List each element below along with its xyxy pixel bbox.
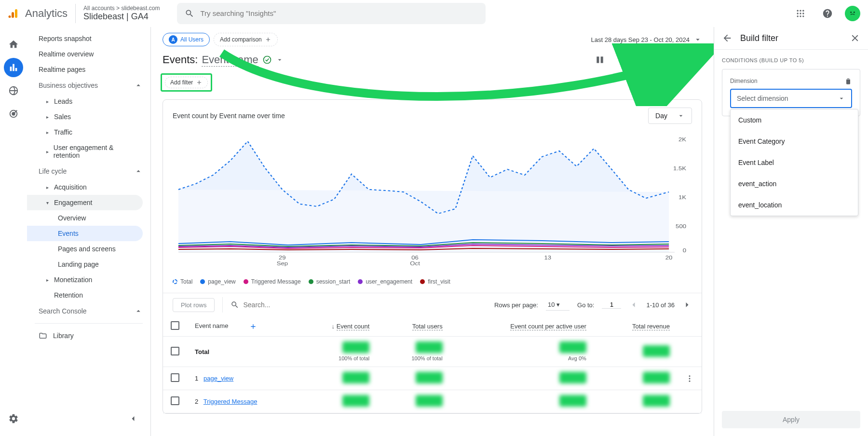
chart-title: Event count by Event name over time [173,112,285,120]
sidebar-item-user-engagement[interactable]: ▸User engagement & retention [27,140,143,163]
sidebar-item-engagement[interactable]: ▾Engagement [27,195,143,210]
close-icon[interactable] [850,33,860,43]
legend-session-start[interactable]: session_start [309,278,351,285]
redacted-value [416,372,443,383]
sidebar-section-search-console[interactable]: Search Console [27,303,150,319]
rail-explore-icon[interactable] [4,81,23,100]
svg-text:Sep: Sep [277,260,288,267]
more-icon[interactable] [685,374,694,383]
quality-icon[interactable] [613,50,633,69]
redacted-value [559,395,586,407]
table-search-input[interactable] [243,301,327,309]
legend-page-view[interactable]: page_view [200,278,235,285]
svg-point-8 [802,13,804,14]
chevron-down-icon[interactable] [276,56,284,64]
chevron-up-icon [134,307,143,315]
add-column-icon[interactable] [249,323,257,330]
rail-home-icon[interactable] [4,35,23,54]
table-search[interactable] [231,300,486,309]
dropdown-option[interactable]: Event Label [731,152,858,173]
app-header: Analytics All accounts > slidebeast.com … [0,0,868,27]
sidebar-item-pages-screens[interactable]: Pages and screens [27,241,143,257]
apply-button[interactable]: Apply [722,411,860,428]
granularity-dropdown[interactable]: Day [648,108,692,124]
account-picker[interactable]: All accounts > slidebeast.com Slidebeast… [76,5,167,22]
sidebar-item-acquisition[interactable]: ▸Acquisition [27,179,143,195]
insights-icon[interactable] [660,50,679,69]
add-filter-highlight: Add filter [161,73,212,92]
dimension-dropdown[interactable]: Event name [202,54,258,67]
sidebar-reports-snapshot[interactable]: Reports snapshot [27,31,143,46]
legend-triggered-message[interactable]: Triggered Message [244,278,301,285]
event-link[interactable]: Triggered Message [203,398,258,405]
analytics-logo-icon [8,8,19,19]
plot-rows-button[interactable]: Plot rows [173,298,215,312]
help-icon[interactable] [818,4,837,23]
chip-all-users[interactable]: A All Users [163,33,210,46]
table-row: 1 page_view [163,367,702,390]
svg-point-12 [850,11,852,13]
legend-first-visit[interactable]: first_visit [420,278,450,285]
svg-text:1.5K: 1.5K [673,165,686,172]
legend-total[interactable]: Total [173,278,192,285]
sidebar-realtime-overview[interactable]: Realtime overview [27,46,143,62]
edit-icon[interactable] [683,50,702,69]
sidebar-realtime-pages[interactable]: Realtime pages [27,62,143,77]
sidebar-item-overview[interactable]: Overview [27,210,143,226]
search-box[interactable] [177,3,486,24]
add-filter-button[interactable]: Add filter [165,77,208,88]
row-checkbox[interactable] [171,373,179,382]
apps-icon[interactable] [791,4,810,23]
svg-point-40 [689,378,691,379]
select-all-checkbox[interactable] [171,321,179,330]
date-range-picker[interactable]: Last 28 days Sep 23 - Oct 20, 2024 [591,35,702,44]
sidebar-item-library[interactable]: Library [27,327,150,344]
logo-area[interactable]: Analytics [8,4,76,23]
sidebar-item-retention[interactable]: Retention [27,287,143,303]
dropdown-option[interactable]: event_location [731,194,858,216]
redacted-value [643,395,670,407]
panel-title: Build filter [740,33,842,43]
settings-icon[interactable] [4,409,23,428]
row-checkbox[interactable] [171,396,179,405]
rail-advertising-icon[interactable] [4,104,23,123]
svg-point-11 [802,15,804,17]
nav-rail [0,27,27,436]
redacted-value [416,395,443,407]
sidebar-item-events[interactable]: Events [27,226,143,241]
next-page-icon[interactable] [682,300,692,310]
build-filter-panel: Build filter CONDITIONS (BUILD UP TO 5) … [714,27,868,436]
user-avatar[interactable] [845,6,860,21]
chip-add-comparison[interactable]: Add comparison [214,33,278,46]
chevron-up-icon [134,81,143,90]
sidebar-item-landing-page[interactable]: Landing page [27,257,143,272]
row-checkbox[interactable] [171,347,179,355]
compare-icon[interactable] [590,50,610,69]
dropdown-option[interactable]: event_action [731,173,858,194]
event-link[interactable]: page_view [203,375,233,382]
dimension-select[interactable]: Select dimension [730,89,852,108]
goto-page-input[interactable] [602,301,621,309]
sidebar-item-monetization[interactable]: ▸Monetization [27,272,143,287]
dimension-dropdown-menu: Custom Event Category Event Label event_… [730,109,858,216]
search-input[interactable] [200,9,478,17]
legend-user-engagement[interactable]: user_engagement [358,278,412,285]
back-arrow-icon[interactable] [722,33,732,43]
sidebar-item-leads[interactable]: ▸Leads [27,94,143,109]
rows-per-page-select[interactable]: 10 ▾ [546,299,570,311]
dropdown-group-custom[interactable]: Custom [731,109,858,131]
dropdown-option[interactable]: Event Category [731,131,858,152]
breadcrumb-path: All accounts > slidebeast.com [83,5,160,12]
sidebar-item-sales[interactable]: ▸Sales [27,109,143,124]
sidebar-section-business-objectives[interactable]: Business objectives [27,77,150,94]
rail-reports-icon[interactable] [4,58,23,77]
svg-text:06: 06 [411,255,419,261]
sidebar-item-traffic[interactable]: ▸Traffic [27,124,143,140]
delete-icon[interactable] [844,77,852,85]
share-icon[interactable] [637,50,656,69]
svg-text:13: 13 [544,255,552,261]
collapse-sidebar-icon[interactable] [123,409,143,428]
sidebar-section-life-cycle[interactable]: Life cycle [27,163,150,179]
plus-icon [265,36,271,43]
prev-page-icon[interactable] [629,300,638,310]
